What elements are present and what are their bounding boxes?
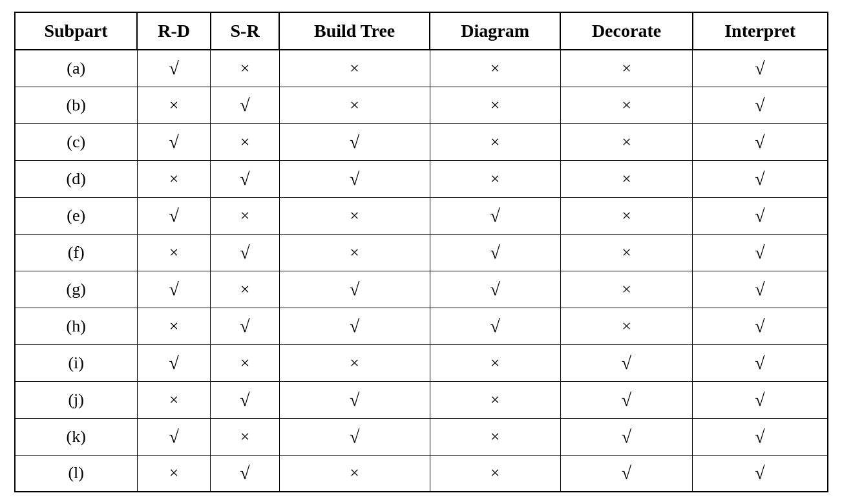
cell-subpart-9: (j) — [15, 381, 138, 418]
cell-interpret-1: √ — [693, 87, 828, 123]
cell-diagram-11: × — [430, 455, 560, 492]
cell-subpart-6: (g) — [15, 271, 138, 308]
header-diagram: Diagram — [430, 12, 560, 50]
cell-diagram-5: √ — [430, 234, 560, 271]
cell-interpret-0: √ — [693, 50, 828, 87]
cell-build-4: × — [279, 197, 430, 234]
cell-build-6: √ — [279, 271, 430, 308]
cell-diagram-4: √ — [430, 197, 560, 234]
table-row: (i)√×××√√ — [15, 344, 828, 381]
cell-interpret-4: √ — [693, 197, 828, 234]
table-row: (h)×√√√×√ — [15, 308, 828, 344]
cell-rd-2: √ — [137, 123, 211, 160]
main-table: Subpart R-D S-R Build Tree Diagram Decor… — [14, 12, 828, 492]
cell-diagram-2: × — [430, 123, 560, 160]
cell-rd-9: × — [137, 381, 211, 418]
cell-sr-2: × — [211, 123, 279, 160]
cell-rd-7: × — [137, 308, 211, 344]
table-row: (b)×√×××√ — [15, 87, 828, 123]
table-row: (f)×√×√×√ — [15, 234, 828, 271]
cell-decorate-0: × — [560, 50, 693, 87]
cell-diagram-10: × — [430, 418, 560, 455]
cell-decorate-4: × — [560, 197, 693, 234]
cell-sr-6: × — [211, 271, 279, 308]
cell-sr-11: √ — [211, 455, 279, 492]
cell-decorate-11: √ — [560, 455, 693, 492]
cell-subpart-7: (h) — [15, 308, 138, 344]
cell-diagram-3: × — [430, 160, 560, 197]
cell-build-3: √ — [279, 160, 430, 197]
cell-decorate-1: × — [560, 87, 693, 123]
cell-interpret-6: √ — [693, 271, 828, 308]
cell-decorate-7: × — [560, 308, 693, 344]
header-interpret: Interpret — [693, 12, 828, 50]
cell-subpart-2: (c) — [15, 123, 138, 160]
cell-sr-5: √ — [211, 234, 279, 271]
table-row: (k)√×√×√√ — [15, 418, 828, 455]
header-sr: S-R — [211, 12, 279, 50]
cell-sr-4: × — [211, 197, 279, 234]
cell-subpart-11: (l) — [15, 455, 138, 492]
cell-build-2: √ — [279, 123, 430, 160]
cell-diagram-1: × — [430, 87, 560, 123]
cell-sr-9: √ — [211, 381, 279, 418]
cell-subpart-1: (b) — [15, 87, 138, 123]
cell-build-1: × — [279, 87, 430, 123]
header-subpart: Subpart — [15, 12, 138, 50]
cell-decorate-9: √ — [560, 381, 693, 418]
table-row: (d)×√√××√ — [15, 160, 828, 197]
cell-rd-8: √ — [137, 344, 211, 381]
cell-rd-11: × — [137, 455, 211, 492]
cell-subpart-0: (a) — [15, 50, 138, 87]
cell-rd-1: × — [137, 87, 211, 123]
cell-interpret-11: √ — [693, 455, 828, 492]
table-row: (j)×√√×√√ — [15, 381, 828, 418]
header-rd: R-D — [137, 12, 211, 50]
cell-interpret-3: √ — [693, 160, 828, 197]
table-row: (l)×√××√√ — [15, 455, 828, 492]
cell-subpart-10: (k) — [15, 418, 138, 455]
cell-sr-1: √ — [211, 87, 279, 123]
table-row: (g)√×√√×√ — [15, 271, 828, 308]
cell-rd-5: × — [137, 234, 211, 271]
cell-sr-3: √ — [211, 160, 279, 197]
cell-build-11: × — [279, 455, 430, 492]
cell-interpret-10: √ — [693, 418, 828, 455]
cell-rd-3: × — [137, 160, 211, 197]
main-container: Subpart R-D S-R Build Tree Diagram Decor… — [0, 0, 842, 504]
cell-subpart-5: (f) — [15, 234, 138, 271]
cell-sr-0: × — [211, 50, 279, 87]
cell-subpart-3: (d) — [15, 160, 138, 197]
cell-rd-0: √ — [137, 50, 211, 87]
table-row: (e)√××√×√ — [15, 197, 828, 234]
cell-build-5: × — [279, 234, 430, 271]
cell-build-7: √ — [279, 308, 430, 344]
header-row: Subpart R-D S-R Build Tree Diagram Decor… — [15, 12, 828, 50]
cell-interpret-5: √ — [693, 234, 828, 271]
cell-interpret-8: √ — [693, 344, 828, 381]
cell-decorate-8: √ — [560, 344, 693, 381]
cell-decorate-5: × — [560, 234, 693, 271]
cell-decorate-2: × — [560, 123, 693, 160]
cell-interpret-2: √ — [693, 123, 828, 160]
cell-sr-8: × — [211, 344, 279, 381]
cell-build-0: × — [279, 50, 430, 87]
header-build-tree: Build Tree — [279, 12, 430, 50]
cell-diagram-8: × — [430, 344, 560, 381]
cell-diagram-6: √ — [430, 271, 560, 308]
header-decorate: Decorate — [560, 12, 693, 50]
cell-rd-10: √ — [137, 418, 211, 455]
cell-build-9: √ — [279, 381, 430, 418]
cell-sr-7: √ — [211, 308, 279, 344]
cell-subpart-4: (e) — [15, 197, 138, 234]
cell-subpart-8: (i) — [15, 344, 138, 381]
cell-diagram-0: × — [430, 50, 560, 87]
cell-decorate-10: √ — [560, 418, 693, 455]
cell-build-8: × — [279, 344, 430, 381]
table-row: (a)√××××√ — [15, 50, 828, 87]
cell-sr-10: × — [211, 418, 279, 455]
cell-decorate-6: × — [560, 271, 693, 308]
table-row: (c)√×√××√ — [15, 123, 828, 160]
cell-diagram-9: × — [430, 381, 560, 418]
cell-rd-6: √ — [137, 271, 211, 308]
